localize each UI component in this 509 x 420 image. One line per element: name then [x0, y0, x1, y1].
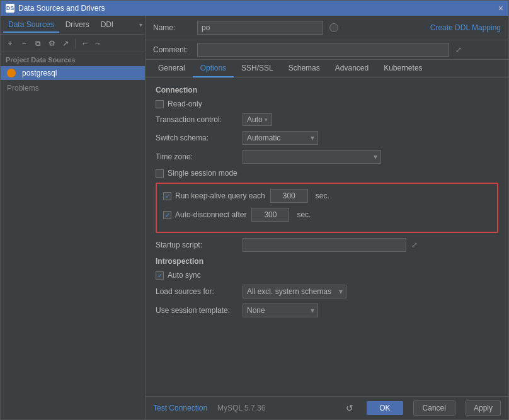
- test-connection-link[interactable]: Test Connection: [153, 404, 207, 412]
- name-label: Name:: [153, 23, 191, 32]
- tab-ddl[interactable]: DDl: [96, 18, 118, 33]
- toolbar-nav: ← →: [79, 38, 103, 49]
- radio-button[interactable]: [329, 23, 338, 32]
- create-ddl-link[interactable]: Create DDL Mapping: [430, 23, 501, 32]
- switch-schema-select-wrap: Automatic: [243, 131, 318, 145]
- autodisconnect-wrap: Auto-disconnect after: [163, 210, 246, 219]
- back-button[interactable]: ←: [79, 38, 91, 49]
- comment-row: Comment: ⤢: [146, 40, 508, 60]
- tabs-row: General Options SSH/SSL Schemas Advanced…: [146, 60, 508, 78]
- session-template-row: Use session template: None: [156, 304, 498, 317]
- footer-bar: Test Connection MySQL 5.7.36 ↺ OK Cancel…: [146, 396, 508, 419]
- autosync-row: Auto sync: [156, 271, 498, 280]
- switch-schema-select[interactable]: Automatic: [243, 131, 318, 145]
- autodisconnect-row: Auto-disconnect after sec.: [163, 208, 491, 222]
- problems-label[interactable]: Problems: [7, 84, 39, 93]
- apply-button[interactable]: Apply: [466, 400, 501, 416]
- tabs-arrow-icon[interactable]: ▾: [139, 21, 142, 28]
- readonly-checkbox[interactable]: [156, 100, 164, 108]
- transaction-control-row: Transaction control: Auto: [156, 113, 498, 126]
- title-bar-left: DS Data Sources and Drivers: [6, 4, 105, 13]
- expand-icon[interactable]: ⤢: [455, 45, 462, 54]
- startup-script-row: Startup script: ⤢: [156, 238, 498, 252]
- tab-datasources[interactable]: Data Sources: [3, 18, 59, 33]
- session-template-label: Use session template:: [156, 306, 237, 315]
- load-sources-row: Load sources for: All excl. system schem…: [156, 285, 498, 298]
- switch-schema-row: Switch schema: Automatic: [156, 131, 498, 145]
- name-input[interactable]: [197, 21, 323, 35]
- transaction-control-dropdown[interactable]: Auto: [243, 113, 272, 126]
- ok-button[interactable]: OK: [367, 401, 403, 415]
- single-session-checkbox[interactable]: [156, 169, 164, 178]
- comment-input[interactable]: [197, 43, 449, 57]
- connection-section-title: Connection: [156, 86, 498, 94]
- session-template-select[interactable]: None: [243, 304, 318, 317]
- tab-options[interactable]: Options: [193, 60, 234, 77]
- load-sources-label: Load sources for:: [156, 287, 237, 296]
- cancel-button[interactable]: Cancel: [413, 400, 455, 416]
- autosync-wrap: Auto sync: [156, 271, 201, 280]
- keepalive-wrap: Run keep-alive query each: [163, 191, 265, 200]
- load-sources-select-wrap: All excl. system schemas: [243, 285, 346, 298]
- autodisconnect-checkbox[interactable]: [163, 211, 171, 219]
- timezone-row: Time zone:: [156, 150, 498, 164]
- sidebar: Data Sources Drivers DDl ▾ + − ⧉ ⚙ ↗ ← →…: [1, 16, 146, 419]
- datasource-item-postgresql[interactable]: postgresql: [1, 66, 145, 80]
- single-session-wrap: Single session mode: [156, 169, 237, 178]
- tab-advanced[interactable]: Advanced: [328, 60, 376, 77]
- timezone-input[interactable]: [243, 150, 381, 164]
- startup-expand-icon[interactable]: ⤢: [411, 241, 418, 249]
- right-panel: Name: Create DDL Mapping Comment: ⤢ Gene…: [146, 16, 508, 419]
- keepalive-sec-label: sec.: [316, 191, 329, 200]
- tab-kubernetes[interactable]: Kubernetes: [376, 60, 430, 77]
- keepalive-row: Run keep-alive query each sec.: [163, 189, 491, 203]
- readonly-checkbox-wrap: Read-only: [156, 99, 202, 108]
- session-template-select-wrap: None: [243, 304, 318, 317]
- keepalive-checkbox[interactable]: [163, 192, 171, 200]
- forward-button[interactable]: →: [92, 38, 103, 49]
- add-datasource-button[interactable]: +: [4, 38, 16, 49]
- name-row: Name: Create DDL Mapping: [146, 16, 508, 40]
- comment-label: Comment:: [153, 45, 191, 54]
- close-icon[interactable]: ×: [498, 3, 503, 13]
- keepalive-label: Run keep-alive query each: [175, 191, 265, 200]
- settings-button[interactable]: ⚙: [46, 38, 57, 49]
- timezone-label: Time zone:: [156, 152, 237, 161]
- remove-datasource-button[interactable]: −: [18, 38, 30, 49]
- autodisconnect-label: Auto-disconnect after: [175, 210, 246, 219]
- dialog: DS Data Sources and Drivers × Data Sourc…: [0, 0, 509, 420]
- switch-schema-label: Switch schema:: [156, 133, 237, 142]
- toolbar-separator: [75, 38, 76, 48]
- introspection-section-title: Introspection: [156, 257, 498, 266]
- startup-script-label: Startup script:: [156, 241, 237, 249]
- single-session-label: Single session mode: [168, 169, 237, 178]
- dialog-title: Data Sources and Drivers: [18, 4, 105, 13]
- tab-general[interactable]: General: [151, 60, 193, 77]
- sidebar-toolbar: + − ⧉ ⚙ ↗ ← →: [1, 35, 145, 52]
- timezone-select-wrap: [243, 150, 381, 164]
- sidebar-tabs: Data Sources Drivers DDl ▾: [1, 16, 145, 35]
- autodisconnect-sec-label: sec.: [297, 210, 311, 219]
- tab-sshssl[interactable]: SSH/SSL: [234, 60, 281, 77]
- keepalive-value-input[interactable]: [270, 189, 308, 203]
- startup-script-input[interactable]: [243, 238, 406, 252]
- problems-section: Problems: [1, 80, 145, 96]
- transaction-control-label: Transaction control:: [156, 115, 237, 124]
- load-sources-select[interactable]: All excl. system schemas: [243, 285, 346, 298]
- readonly-label: Read-only: [168, 99, 202, 108]
- tab-schemas[interactable]: Schemas: [281, 60, 328, 77]
- export-button[interactable]: ↗: [60, 38, 71, 49]
- refresh-icon[interactable]: ↺: [343, 401, 357, 415]
- readonly-row: Read-only: [156, 99, 498, 108]
- autosync-label: Auto sync: [168, 271, 201, 280]
- highlighted-section: Run keep-alive query each sec. Auto-disc…: [156, 183, 498, 233]
- postgresql-icon: [7, 69, 16, 77]
- title-bar: DS Data Sources and Drivers ×: [1, 1, 508, 16]
- tab-drivers[interactable]: Drivers: [60, 18, 94, 33]
- single-session-row: Single session mode: [156, 169, 498, 178]
- autosync-checkbox[interactable]: [156, 271, 164, 280]
- copy-datasource-button[interactable]: ⧉: [32, 38, 43, 49]
- datasource-label: postgresql: [22, 69, 57, 77]
- autodisconnect-value-input[interactable]: [251, 208, 289, 222]
- project-datasources-title: Project Data Sources: [1, 52, 145, 66]
